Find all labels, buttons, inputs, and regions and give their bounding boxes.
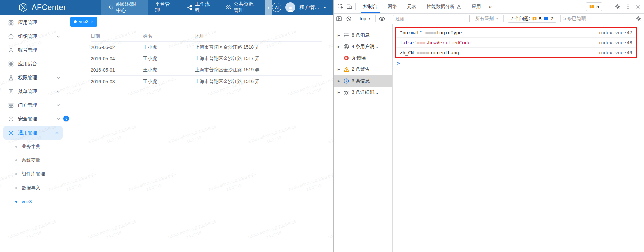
tab-vue3[interactable]: vue3 × [70,17,97,27]
app-sidebar-menu: 应用管理组织管理账号管理应用后台权限管理菜单管理门户管理安全管理通用管理业务字典… [0,15,66,252]
context-selector[interactable]: top ▼ [358,16,373,21]
sidebar-item-5[interactable]: 菜单管理 [0,85,66,98]
log-level-selector[interactable]: 所有级别 ▼ [473,16,500,22]
devtools-tabs: 控制台网络元素性能数据分析应用 [358,0,486,13]
close-devtools-icon[interactable] [635,3,641,10]
console-filter-input[interactable] [393,15,470,22]
devtools-tab-2[interactable]: 元素 [402,0,421,13]
sidebar-item-label: 权限管理 [18,75,37,81]
console-filter-3[interactable]: ▶2 条警告 [334,64,392,75]
bullet-dot-icon [15,146,17,148]
sidebar-subitem-组件库管理[interactable]: 组件库管理 [0,167,66,181]
sidebar-collapse-button[interactable] [63,116,69,121]
expand-triangle-icon[interactable]: ▶ [337,45,341,48]
console-message-text: false [400,40,414,45]
close-icon[interactable]: × [91,19,93,24]
user-avatar[interactable] [285,2,295,12]
sidebar-item-8[interactable]: 通用管理 [3,126,63,140]
console-prompt-chevron[interactable]: > [397,60,400,66]
divider [388,15,388,22]
ai-assistant-icon[interactable]: AI [272,3,281,12]
hidden-messages-label: 5 条已隐藏 [563,16,586,22]
nav-item-label: 平台管理 [155,1,172,14]
devtools-tab-0[interactable]: 控制台 [358,0,383,13]
expand-triangle-icon[interactable]: ▶ [337,68,341,71]
expand-triangle-icon[interactable]: ▶ [337,79,341,83]
sidebar-item-3[interactable]: 应用后台 [0,57,66,71]
sidebar-subitem-业务字典[interactable]: 业务字典 [0,140,66,153]
console-filter-0[interactable]: ▶8 条消息 [334,30,392,41]
warning-icon [343,66,349,72]
nav-item-3[interactable]: 公共资源管理 [218,0,265,15]
table-row[interactable]: 2016-05-02王小虎上海市普陀区金沙江路 1518 弄 [91,42,322,53]
app-main-pane: vue3 × 日期姓名地址 2016-05-02王小虎上海市普陀区金沙江路 15… [66,15,333,252]
chevron-down-icon[interactable] [323,5,327,10]
nav-item-label: 工作流程 [195,1,210,14]
sidebar-subitem-vue3[interactable]: vue3 [0,195,66,208]
sidebar-item-1[interactable]: 组织管理 [0,30,66,43]
devtools-tab-label: 元素 [407,4,416,10]
kebab-menu-icon[interactable] [625,3,631,10]
people-icon [225,4,231,10]
console-filter-1[interactable]: ▶4 条用户消... [334,41,392,52]
info-icon [343,78,349,84]
caret-down-icon: ▼ [496,17,498,20]
app-logo[interactable]: AFCenter [0,2,101,12]
table-row[interactable]: 2016-05-04王小虎上海市普陀区金沙江路 1517 弄 [91,53,322,64]
sidebar-item-label: 组织管理 [18,34,37,40]
issues-summary-button[interactable]: 7 个问题: 5 2 [508,15,556,23]
nav-more-arrow[interactable]: › [265,0,272,15]
devtools-tab-4[interactable]: 应用 [467,0,486,13]
expand-triangle-icon[interactable]: ▶ [337,91,341,94]
console-filter-label: 4 条用户消... [352,44,378,50]
bullet-dot-icon [15,201,17,203]
table-row[interactable]: 2016-05-01王小虎上海市普陀区金沙江路 1519 弄 [91,64,322,76]
common-icon [8,130,14,136]
nav-item-0[interactable]: 组织权限中心 [101,0,148,15]
source-link[interactable]: index.vue:49 [598,50,632,55]
sidebar-item-0[interactable]: 应用管理 [0,16,66,30]
console-filter-4[interactable]: ▶3 条信息 [334,75,392,87]
hexagon-x-logo-icon [18,2,28,12]
devtools-tab-1[interactable]: 网络 [383,0,402,13]
inspect-element-icon[interactable] [337,3,344,10]
table-cell: 2016-05-03 [91,76,143,87]
sidebar-subitem-label: 系统变量 [22,157,40,163]
nav-item-2[interactable]: 工作流程 [179,0,217,15]
more-tabs-button[interactable]: » [486,3,494,10]
issues-counter-button[interactable]: 5 [586,2,602,11]
tenant-admin-label[interactable]: 租户管... [299,4,319,11]
console-message-text: "normal" ====loginType [400,30,462,35]
console-filter-label: 无错误 [352,55,366,61]
table-row[interactable]: 2016-05-03王小虎上海市普陀区金沙江路 1516 弄 [91,76,322,87]
sidebar-subitem-系统变量[interactable]: 系统变量 [0,153,66,167]
list-icon [343,32,349,38]
live-expression-eye-icon[interactable] [378,15,385,22]
page-tab-bar: vue3 × [66,15,333,29]
gear-icon[interactable] [614,3,621,10]
sidebar-item-4[interactable]: 权限管理 [0,71,66,85]
console-messages-pane: "normal" ====loginTypeindex.vue:47false … [393,24,644,252]
device-toolbar-icon[interactable] [346,3,353,10]
console-filter-5[interactable]: ▶3 条详细消... [334,87,392,98]
table-cell: 2016-05-02 [91,42,143,53]
sidebar-subitem-数据导入[interactable]: 数据导入 [0,181,66,195]
console-filter-2[interactable]: 无错误 [334,52,392,64]
sidebar-item-6[interactable]: 门户管理 [0,98,66,112]
devtools-tab-3[interactable]: 性能数据分析 [421,0,467,13]
divider [608,3,608,10]
expand-triangle-icon[interactable]: ▶ [337,34,341,37]
tab-label: vue3 [79,19,88,24]
sidebar-item-2[interactable]: 账号管理 [0,43,66,57]
sidebar-item-7[interactable]: 安全管理 [0,112,66,126]
column-header: 姓名 [143,31,195,42]
console-sidebar-toggle-icon[interactable] [336,15,343,22]
chevron-down-icon [56,35,61,39]
console-settings-gear-icon[interactable] [635,15,642,22]
nav-item-1[interactable]: 平台管理 [148,0,179,15]
person-icon [8,47,14,53]
chevron-down-icon [56,90,61,94]
source-link[interactable]: index.vue:48 [598,40,632,45]
clear-console-icon[interactable] [345,15,352,22]
source-link[interactable]: index.vue:47 [598,30,632,35]
